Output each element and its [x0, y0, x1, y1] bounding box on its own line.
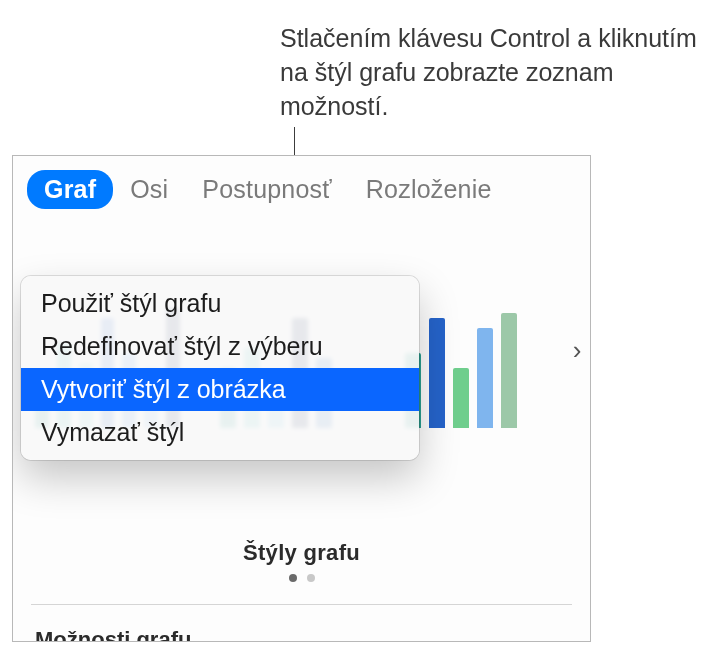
tab-postupnost[interactable]: Postupnosť — [185, 170, 349, 209]
chart-style-context-menu: Použiť štýl grafu Redefinovať štýl z výb… — [21, 276, 419, 460]
menu-apply-style[interactable]: Použiť štýl grafu — [21, 282, 419, 325]
inspector-tabs: Graf Osi Postupnosť Rozloženie — [13, 156, 590, 212]
bar-icon — [429, 318, 445, 428]
tab-osi[interactable]: Osi — [113, 170, 185, 209]
chart-styles-label: Štýly grafu — [13, 540, 590, 566]
bar-icon — [477, 328, 493, 428]
format-inspector-panel: Graf Osi Postupnosť Rozloženie › Použiť … — [12, 155, 591, 642]
bar-icon — [501, 313, 517, 428]
pager-dot[interactable] — [307, 574, 315, 582]
tab-rozlozenie[interactable]: Rozloženie — [349, 170, 509, 209]
pager-dot[interactable] — [289, 574, 297, 582]
chart-style-thumbnail[interactable] — [405, 327, 550, 432]
chart-options-heading: Možnosti grafu — [13, 605, 590, 642]
tab-graf[interactable]: Graf — [27, 170, 113, 209]
menu-delete-style[interactable]: Vymazať štýl — [21, 411, 419, 454]
chevron-right-icon: › — [573, 335, 582, 366]
pager-dots — [13, 574, 590, 582]
callout-text: Stlačením klávesu Control a kliknutím na… — [280, 22, 710, 123]
menu-redefine-style[interactable]: Redefinovať štýl z výberu — [21, 325, 419, 368]
menu-create-style-from-image[interactable]: Vytvoriť štýl z obrázka — [21, 368, 419, 411]
bar-icon — [453, 368, 469, 428]
styles-next-arrow[interactable]: › — [560, 330, 591, 370]
